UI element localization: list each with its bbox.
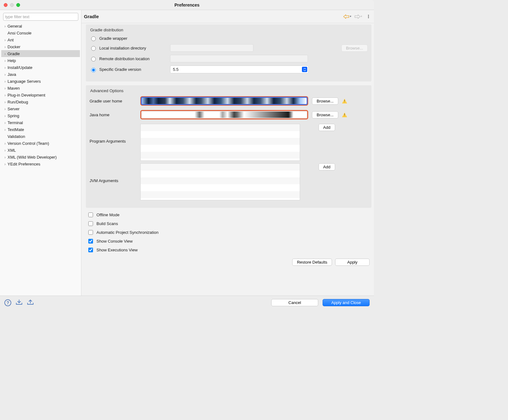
sidebar-item-general[interactable]: ›General [1, 23, 80, 29]
warning-icon: ! [342, 98, 347, 103]
sidebar-item-textmate[interactable]: ›TextMate [1, 126, 80, 133]
auto-sync-checkbox[interactable] [88, 230, 93, 235]
help-icon[interactable]: ? [4, 299, 11, 306]
auto-sync-label: Automatic Project Synchronization [96, 230, 158, 235]
disclosure-icon[interactable]: › [3, 162, 8, 166]
wrapper-radio[interactable] [91, 36, 96, 41]
sidebar-item-label: Java [8, 72, 16, 77]
java-home-browse-button[interactable]: Browse... [312, 111, 338, 118]
disclosure-icon[interactable]: › [3, 51, 8, 56]
sidebar-item-language-servers[interactable]: ›Language Servers [1, 78, 80, 85]
sidebar-item-java[interactable]: ›Java [1, 71, 80, 78]
disclosure-icon[interactable]: › [3, 148, 8, 152]
show-executions-checkbox[interactable] [88, 248, 93, 252]
import-icon[interactable] [16, 299, 23, 306]
sidebar-item-gradle[interactable]: ›Gradle [1, 50, 80, 57]
disclosure-icon[interactable]: › [3, 79, 8, 83]
sidebar-item-plug-in-development[interactable]: ›Plug-in Development [1, 92, 80, 98]
sidebar-item-spring[interactable]: ›Spring [1, 112, 80, 119]
disclosure-icon[interactable]: › [3, 93, 8, 97]
disclosure-icon[interactable]: › [3, 72, 8, 76]
apply-and-close-button[interactable]: Apply and Close [323, 299, 370, 306]
local-dir-radio[interactable] [91, 46, 96, 51]
sidebar-item-ant[interactable]: ›Ant [1, 36, 80, 43]
gradle-version-select[interactable]: 5.5 [170, 66, 308, 73]
disclosure-icon[interactable]: › [3, 86, 8, 90]
remote-label: Remote distribution location [99, 56, 168, 61]
jvm-arguments-add-button[interactable]: Add [319, 163, 335, 171]
history-toolbar: ▼ ▼ [343, 14, 369, 19]
disclosure-icon[interactable]: › [3, 141, 8, 145]
show-console-checkbox[interactable] [88, 239, 93, 244]
zoom-window-button[interactable] [16, 3, 20, 7]
filter-input[interactable] [3, 13, 78, 21]
gradle-user-home-field[interactable] [140, 96, 308, 106]
sidebar-item-label: Ansi Console [8, 31, 32, 35]
sidebar-item-terminal[interactable]: ›Terminal [1, 119, 80, 126]
sidebar-item-run-debug[interactable]: ›Run/Debug [1, 98, 80, 105]
disclosure-icon[interactable]: › [3, 100, 8, 104]
disclosure-icon[interactable]: › [3, 58, 8, 63]
disclosure-icon[interactable]: › [3, 127, 8, 132]
local-dir-label: Local installation directory [99, 46, 168, 50]
sidebar: ›GeneralAnsi Console›Ant›Docker›Gradle›H… [0, 10, 81, 296]
disclosure-icon[interactable]: › [3, 45, 8, 49]
sidebar-item-version-control-team-[interactable]: ›Version Control (Team) [1, 140, 80, 147]
main: ›GeneralAnsi Console›Ant›Docker›Gradle›H… [0, 10, 374, 296]
apply-button[interactable]: Apply [335, 259, 370, 266]
build-scans-label: Build Scans [96, 221, 118, 226]
history-forward-menu-icon: ▼ [360, 15, 363, 18]
disclosure-icon[interactable]: › [3, 38, 8, 42]
sidebar-item-help[interactable]: ›Help [1, 57, 80, 64]
sidebar-item-ansi-console[interactable]: Ansi Console [1, 29, 80, 36]
offline-mode-checkbox[interactable] [88, 213, 93, 217]
disclosure-icon[interactable]: › [3, 120, 8, 125]
disclosure-icon[interactable]: › [3, 65, 8, 70]
disclosure-icon[interactable]: › [3, 107, 8, 111]
gradle-version-value: 5.5 [173, 67, 179, 72]
jvm-arguments-label: JVM Arguments [90, 163, 137, 183]
cancel-button[interactable]: Cancel [271, 299, 318, 306]
disclosure-icon[interactable]: › [3, 113, 8, 118]
sidebar-item-label: XML [8, 148, 16, 153]
view-menu-icon[interactable] [368, 15, 369, 18]
history-back-menu-icon[interactable]: ▼ [349, 15, 352, 18]
window-title: Preferences [174, 3, 200, 8]
program-arguments-add-button[interactable]: Add [319, 124, 335, 131]
titlebar: Preferences [0, 0, 374, 10]
disclosure-icon[interactable]: › [3, 24, 8, 28]
jvm-arguments-list[interactable] [140, 163, 300, 200]
disclosure-icon[interactable]: › [3, 155, 8, 159]
sidebar-item-maven[interactable]: ›Maven [1, 85, 80, 92]
sidebar-item-label: Install/Update [8, 65, 33, 70]
sidebar-item-docker[interactable]: ›Docker [1, 43, 80, 50]
content: Gradle ▼ ▼ Gradle distribution Gradle w [81, 10, 374, 296]
chevron-down-icon [302, 67, 307, 72]
specific-version-label: Specific Gradle version [99, 67, 168, 72]
sidebar-item-validation[interactable]: Validation [1, 133, 80, 140]
sidebar-item-server[interactable]: ›Server [1, 105, 80, 112]
restore-defaults-button[interactable]: Restore Defaults [292, 259, 332, 266]
content-header: Gradle ▼ ▼ [81, 10, 374, 23]
build-scans-checkbox[interactable] [88, 221, 93, 226]
minimize-window-button[interactable] [10, 3, 14, 7]
sidebar-item-label: Spring [8, 113, 19, 118]
program-arguments-list[interactable] [140, 124, 300, 161]
sidebar-item-xml[interactable]: ›XML [1, 147, 80, 154]
sidebar-item-install-update[interactable]: ›Install/Update [1, 64, 80, 71]
specific-version-radio[interactable] [91, 68, 96, 72]
java-home-field[interactable] [140, 110, 308, 119]
sidebar-item-yedit-preferences[interactable]: ›YEdit Preferences [1, 160, 80, 167]
gradle-user-home-browse-button[interactable]: Browse... [312, 97, 338, 105]
sidebar-item-label: Server [8, 107, 19, 111]
offline-mode-label: Offline Mode [96, 213, 119, 217]
sidebar-item-label: Ant [8, 38, 14, 42]
sidebar-item-label: Validation [8, 134, 25, 139]
page-title: Gradle [84, 14, 99, 19]
sidebar-item-label: Terminal [8, 120, 23, 125]
remote-radio[interactable] [91, 57, 96, 61]
sidebar-item-label: Docker [8, 45, 20, 49]
export-icon[interactable] [27, 299, 34, 306]
close-window-button[interactable] [4, 3, 8, 7]
sidebar-item-xml-wild-web-developer-[interactable]: ›XML (Wild Web Developer) [1, 154, 80, 160]
